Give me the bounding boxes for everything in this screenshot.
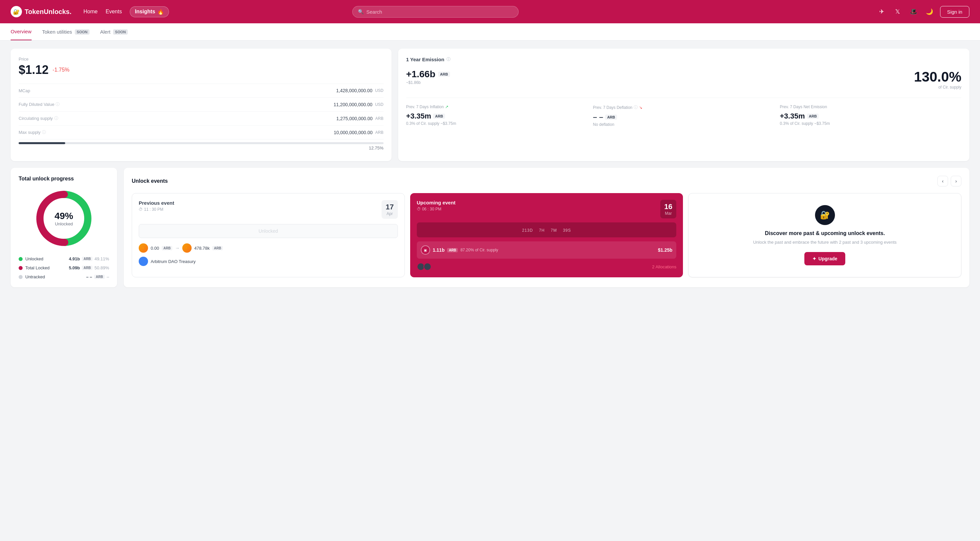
inflation-sub: 0.3% of Cir. supply ~$3.75m bbox=[406, 121, 588, 126]
nav-right: ✈ 𝕏 🎩 🌙 Sign in bbox=[876, 6, 969, 18]
from-amount: 0.00 bbox=[151, 246, 159, 251]
nav-events[interactable]: Events bbox=[105, 9, 122, 14]
supply-progress: 12.75% bbox=[19, 139, 383, 153]
tab-overview[interactable]: Overview bbox=[11, 23, 32, 40]
nav-home[interactable]: Home bbox=[83, 9, 98, 14]
upgrade-icon: ✦ bbox=[812, 256, 816, 261]
search-input[interactable] bbox=[366, 9, 513, 14]
upgrade-button[interactable]: ✦ Upgrade bbox=[804, 252, 845, 265]
circ-supply-info-icon[interactable]: ⓘ bbox=[54, 115, 58, 121]
dao-row: Arbitrum DAO Treasury bbox=[139, 257, 398, 266]
bottom-row: Total unlock progress 49% Unlocked bbox=[11, 168, 969, 287]
emission-top: +1.66b ARB ~$1.86b 130.0% of Cir. supply bbox=[406, 69, 961, 89]
progress-bg bbox=[19, 142, 383, 144]
price-value: $1.12 -1.75% bbox=[19, 63, 383, 77]
upcoming-event: Upcoming event ⏱ 06 : 30 PM 16 Mar 21 bbox=[410, 193, 683, 277]
search-bar[interactable]: 🔍 bbox=[352, 6, 519, 18]
locked-dot bbox=[19, 266, 22, 270]
allocations-link[interactable]: 2 Allocations bbox=[652, 264, 676, 269]
emission-arb-badge: ARB bbox=[438, 72, 450, 77]
progress-fill bbox=[19, 142, 65, 144]
progress-pct: 12.75% bbox=[19, 145, 383, 150]
untracked-token: ARB bbox=[94, 274, 105, 279]
soon-badge-utilities: SOON bbox=[75, 29, 89, 35]
locked-token: ARB bbox=[82, 266, 92, 270]
unlock-progress-card: Total unlock progress 49% Unlocked bbox=[11, 168, 117, 287]
deflation-info-icon[interactable]: ⓘ bbox=[634, 105, 638, 110]
theme-toggle-icon[interactable]: 🌙 bbox=[924, 6, 935, 17]
legend-items: Unlocked 4.91b ARB 49.11% Total Locked 5… bbox=[19, 256, 109, 279]
fdv-info-icon[interactable]: ⓘ bbox=[56, 102, 60, 107]
emission-card: 1 Year Emission ⓘ +1.66b ARB ~$1.86b 130… bbox=[398, 49, 969, 161]
hat-icon[interactable]: 🎩 bbox=[908, 6, 919, 17]
upcoming-event-time: ⏱ 06 : 30 PM bbox=[417, 207, 456, 211]
price-change: -1.75% bbox=[52, 67, 70, 73]
discover-card: 🔐 Discover more past & upcoming unlock e… bbox=[688, 193, 961, 277]
nav-links: Home Events Insights 🔥 bbox=[83, 6, 169, 17]
events-header: Unlock events ‹ › bbox=[132, 176, 961, 187]
token-transfer: 🔸 0.00 ARB → 🔸 478.78k ARB bbox=[139, 243, 398, 253]
search-icon: 🔍 bbox=[358, 9, 364, 14]
max-supply-unit: ARB bbox=[375, 130, 383, 135]
logo[interactable]: 🔐 TokenUnlocks. bbox=[11, 6, 72, 17]
emission-info-icon[interactable]: ⓘ bbox=[446, 57, 450, 62]
emission-pct: 130.0% bbox=[914, 69, 961, 85]
stat-max-supply: Max supply ⓘ 10,000,000,000.00 ARB bbox=[19, 126, 383, 139]
unlocked-token: ARB bbox=[82, 257, 92, 261]
max-supply-info-icon[interactable]: ⓘ bbox=[42, 129, 46, 135]
tab-alert[interactable]: Alert SOON bbox=[100, 23, 128, 40]
donut-container: 49% Unlocked bbox=[19, 188, 109, 248]
metric-inflation: Prev. 7 Days Inflation ↗ +3.35m ARB 0.3%… bbox=[406, 105, 588, 127]
fdv-value: 11,200,000,000.00 bbox=[334, 102, 372, 107]
dao-icon bbox=[139, 257, 148, 266]
deflation-value: – – bbox=[593, 113, 603, 121]
to-amount: 478.78k bbox=[194, 246, 210, 251]
logo-text: TokenUnlocks. bbox=[25, 8, 72, 16]
allocations-row: 2 Allocations bbox=[417, 263, 677, 271]
main-content: Price $1.12 -1.75% MCap 1,428,000,000.00… bbox=[0, 41, 980, 295]
prev-arrow-button[interactable]: ‹ bbox=[937, 176, 948, 187]
top-row: Price $1.12 -1.75% MCap 1,428,000,000.00… bbox=[11, 49, 969, 161]
net-emission-sub: 0.3% of Cir. supply ~$3.75m bbox=[780, 121, 961, 126]
stat-mcap: MCap 1,428,000,000.00 USD bbox=[19, 84, 383, 97]
prev-date-day: 17 bbox=[385, 203, 393, 211]
soon-badge-alert: SOON bbox=[113, 29, 128, 35]
to-token-badge: ARB bbox=[212, 246, 223, 251]
metric-deflation: Prev. 7 Days Deflation ⓘ ↘ – – ARB No de… bbox=[593, 105, 775, 127]
nav-arrows: ‹ › bbox=[937, 176, 961, 187]
emission-amount: +1.66b ARB bbox=[406, 69, 450, 80]
twitter-icon[interactable]: 𝕏 bbox=[892, 6, 903, 17]
locked-name: Total Locked bbox=[25, 265, 49, 270]
donut-pct: 49% bbox=[54, 211, 73, 222]
discover-title: Discover more past & upcoming unlock eve… bbox=[765, 230, 885, 236]
from-token-badge: ARB bbox=[162, 246, 172, 251]
legend-locked: Total Locked 5.09b ARB 50.89% bbox=[19, 265, 109, 270]
fdv-unit: USD bbox=[375, 102, 383, 107]
prev-event-time: ⏱ 11 : 30 PM bbox=[139, 207, 174, 212]
sign-in-button[interactable]: Sign in bbox=[940, 6, 969, 18]
logo-icon: 🔐 bbox=[11, 6, 22, 17]
legend-untracked: Untracked – – ARB – bbox=[19, 274, 109, 279]
mcap-unit: USD bbox=[375, 88, 383, 93]
tab-token-utilities[interactable]: Token utilities SOON bbox=[42, 23, 89, 40]
upcoming-pct: 87.20% of Cir. supply bbox=[460, 248, 498, 252]
price-card: Price $1.12 -1.75% MCap 1,428,000,000.00… bbox=[11, 49, 391, 161]
nav-insights[interactable]: Insights 🔥 bbox=[130, 6, 169, 17]
mcap-value: 1,428,000,000.00 bbox=[336, 88, 372, 93]
untracked-name: Untracked bbox=[25, 274, 45, 279]
mcap-label: MCap bbox=[19, 88, 30, 93]
from-token-icon: 🔸 bbox=[139, 243, 148, 253]
circ-supply-unit: ARB bbox=[375, 116, 383, 121]
donut-label: Unlocked bbox=[54, 222, 73, 227]
allocation-icons bbox=[417, 263, 431, 271]
to-token-icon: 🔸 bbox=[182, 243, 192, 253]
telegram-icon[interactable]: ✈ bbox=[876, 6, 887, 17]
circ-supply-value: 1,275,000,000.00 bbox=[336, 116, 372, 121]
fdv-label: Fully Diluted Value ⓘ bbox=[19, 102, 60, 107]
deflation-arrow-icon: ↘ bbox=[639, 105, 642, 110]
emission-metrics: Prev. 7 Days Inflation ↗ +3.35m ARB 0.3%… bbox=[406, 97, 961, 127]
inflation-arb: ARB bbox=[433, 113, 445, 119]
donut-wrapper: 49% Unlocked bbox=[34, 188, 94, 248]
next-arrow-button[interactable]: › bbox=[951, 176, 961, 187]
untracked-pct: – bbox=[107, 274, 109, 279]
